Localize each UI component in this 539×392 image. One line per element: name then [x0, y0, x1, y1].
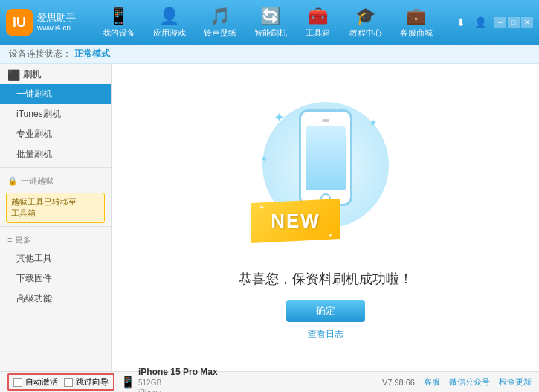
logo-sub: www.i4.cn: [37, 24, 76, 33]
nav-toolbox[interactable]: 🧰 工具箱: [296, 2, 340, 43]
sidebar-jailbreak-notice: 越狱工具已转移至工具箱: [6, 193, 105, 223]
success-title: 恭喜您，保资料刷机成功啦！: [239, 270, 413, 288]
device-name-block: iPhone 15 Pro Max 512GB iPhone: [138, 367, 218, 392]
top-right: ⬇ 👤 ─ □ ✕: [453, 14, 533, 30]
nav-toolbox-label: 工具箱: [306, 28, 330, 39]
tutorial-icon: 🎓: [355, 7, 375, 26]
maximize-btn[interactable]: □: [508, 17, 520, 28]
minimize-btn[interactable]: ─: [494, 17, 506, 28]
sidebar-item-one-click-flash[interactable]: 一键刷机: [0, 84, 111, 104]
user-btn[interactable]: 👤: [472, 14, 488, 30]
version-label: V7.98.66: [382, 378, 415, 387]
phone-screen: [306, 126, 346, 190]
nav-apps-games-label: 应用游戏: [153, 28, 186, 39]
sidebar-item-pro-flash[interactable]: 专业刷机: [0, 124, 111, 144]
status-prefix: 设备连接状态：: [9, 48, 71, 60]
nav-tutorial[interactable]: 🎓 教程中心: [340, 2, 391, 43]
more-icon: ≡: [7, 235, 12, 244]
sidebar-item-itunes-flash[interactable]: iTunes刷机: [0, 104, 111, 124]
auto-activate-item[interactable]: 自动激活: [13, 376, 58, 388]
nav-service[interactable]: 💼 客服商城: [391, 2, 442, 43]
device-type: iPhone: [138, 388, 218, 392]
nav-ringtones-label: 铃声壁纸: [204, 28, 236, 39]
logo-name: 爱思助手: [37, 12, 76, 24]
lock-icon: 🔒: [7, 176, 18, 186]
jailbreak-notice-text: 越狱工具已转移至工具箱: [11, 197, 77, 217]
nav-tutorial-label: 教程中心: [349, 28, 382, 39]
device-section: 自动激活 跳过向导 📱 iPhone 15 Pro Max 512GB iPho…: [7, 367, 376, 392]
sidebar-item-batch-flash[interactable]: 批量刷机: [0, 144, 111, 164]
confirm-button[interactable]: 确定: [286, 300, 365, 322]
service-icon: 💼: [406, 7, 426, 26]
bottom-right: V7.98.66 客服 微信公众号 检查更新: [382, 376, 532, 388]
nav-ringtones[interactable]: 🎵 铃声壁纸: [195, 2, 245, 43]
sidebar-flash-header: ⬛ 刷机: [0, 64, 111, 84]
bottom-bar: 自动激活 跳过向导 📱 iPhone 15 Pro Max 512GB iPho…: [0, 371, 539, 392]
guide-checkbox[interactable]: [64, 378, 73, 387]
device-phone-icon: 📱: [120, 375, 135, 389]
win-controls: ─ □ ✕: [494, 17, 533, 28]
sidebar-advanced-label: 高级功能: [16, 293, 52, 303]
nav-my-device-label: 我的设备: [103, 28, 135, 39]
auto-activate-checkbox[interactable]: [13, 378, 22, 387]
sidebar-item-advanced[interactable]: 高级功能: [0, 289, 111, 309]
toolbox-icon: 🧰: [308, 7, 328, 26]
main-layout: ⬛ 刷机 一键刷机 iTunes刷机 专业刷机 批量刷机 🔒 一键越狱 越狱工具…: [0, 64, 539, 371]
sidebar-item-download-firmware[interactable]: 下载固件: [0, 269, 111, 289]
nav-service-label: 客服商城: [400, 28, 433, 39]
logo: iU 爱思助手 www.i4.cn: [6, 9, 88, 36]
sidebar-more-label: 更多: [15, 234, 31, 245]
ribbon-star-1: ✦: [259, 203, 265, 211]
my-device-icon: 📱: [109, 7, 129, 26]
nav-apps-games[interactable]: 👤 应用游戏: [144, 2, 195, 43]
sidebar-divider-2: [0, 226, 111, 227]
sparkle-left: ✦: [274, 109, 285, 126]
sidebar-other-tools-label: 其他工具: [16, 253, 52, 263]
download-btn[interactable]: ⬇: [453, 14, 469, 30]
guide-label: 跳过向导: [76, 376, 109, 388]
nav-smart-flash[interactable]: 🔄 智能刷机: [245, 2, 296, 43]
phone-camera: [322, 119, 329, 122]
sidebar-download-firmware-label: 下载固件: [16, 273, 52, 283]
customer-service-link[interactable]: 客服: [424, 376, 440, 388]
nav-smart-flash-label: 智能刷机: [254, 28, 287, 39]
device-storage: 512GB: [138, 378, 218, 388]
nav-my-device[interactable]: 📱 我的设备: [94, 2, 144, 43]
sidebar-one-click-flash-label: 一键刷机: [16, 89, 52, 99]
flash-section-icon: ⬛: [7, 69, 20, 81]
sidebar: ⬛ 刷机 一键刷机 iTunes刷机 专业刷机 批量刷机 🔒 一键越狱 越狱工具…: [0, 64, 112, 371]
sidebar-pro-flash-label: 专业刷机: [16, 129, 52, 139]
device-info: 📱 iPhone 15 Pro Max 512GB iPhone: [120, 367, 218, 392]
checkbox-area: 自动激活 跳过向导: [7, 373, 114, 391]
success-illustration: ✦ ✦ ✦ NEW ✦ ✦: [236, 94, 415, 258]
status-bar: 设备连接状态： 正常模式: [0, 45, 539, 64]
ribbon-star-2: ✦: [328, 232, 333, 239]
sidebar-flash-label: 刷机: [23, 68, 41, 81]
logo-text: 爱思助手 www.i4.cn: [37, 12, 76, 33]
apps-games-icon: 👤: [159, 7, 179, 26]
auto-activate-label: 自动激活: [25, 376, 58, 388]
guide-item[interactable]: 跳过向导: [64, 376, 109, 388]
close-btn[interactable]: ✕: [521, 17, 533, 28]
check-update-link[interactable]: 检查更新: [499, 376, 532, 388]
sidebar-divider-1: [0, 167, 111, 168]
sidebar-item-other-tools[interactable]: 其他工具: [0, 248, 111, 269]
sidebar-itunes-flash-label: iTunes刷机: [16, 109, 61, 119]
top-bar: iU 爱思助手 www.i4.cn 📱 我的设备 👤 应用游戏 🎵 铃声壁纸 🔄…: [0, 0, 539, 45]
logo-icon: iU: [6, 9, 33, 36]
sparkle-right: ✦: [369, 117, 378, 129]
wechat-link[interactable]: 微信公众号: [449, 376, 490, 388]
status-mode: 正常模式: [74, 48, 110, 60]
nav-items: 📱 我的设备 👤 应用游戏 🎵 铃声壁纸 🔄 智能刷机 🧰 工具箱 🎓 教程中心…: [88, 2, 447, 43]
sidebar-batch-flash-label: 批量刷机: [16, 149, 52, 159]
sidebar-jailbreak-section: 🔒 一键越狱: [0, 171, 111, 190]
smart-flash-icon: 🔄: [260, 7, 280, 26]
sidebar-jailbreak-label: 一键越狱: [21, 176, 54, 187]
phone-device: [299, 109, 352, 206]
ringtones-icon: 🎵: [210, 7, 230, 26]
content-area: ✦ ✦ ✦ NEW ✦ ✦ 恭喜您，保资料刷机成功啦！ 确定 查看日志: [112, 64, 539, 371]
sidebar-more-section: ≡ 更多: [0, 230, 111, 248]
log-link[interactable]: 查看日志: [308, 328, 343, 341]
new-badge-text: NEW: [271, 210, 320, 233]
new-ribbon-wrap: NEW ✦ ✦: [251, 199, 340, 243]
